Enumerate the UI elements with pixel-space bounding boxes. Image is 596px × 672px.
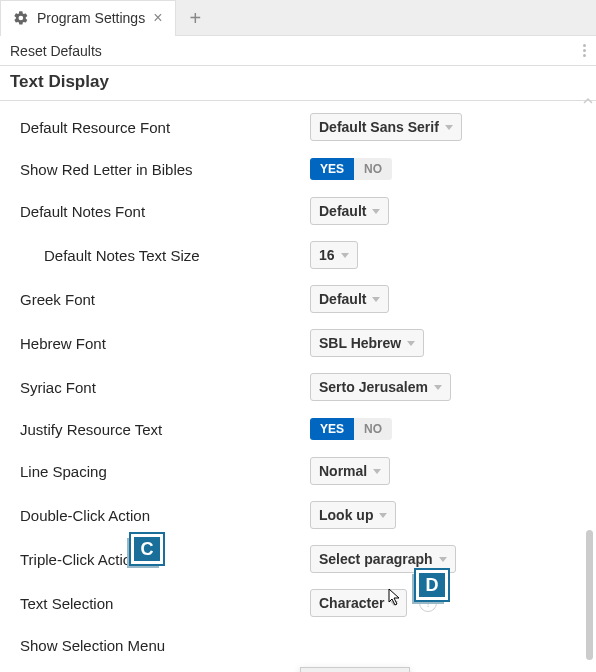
toggle-no[interactable]: NO: [354, 418, 392, 440]
label: Justify Resource Text: [20, 421, 300, 438]
row-justify-resource-text: Justify Resource Text YES NO: [0, 409, 596, 449]
dropdown-value: Look up: [319, 507, 373, 523]
row-show-selection-menu: Show Selection Menu: [0, 625, 596, 665]
row-text-selection: Text Selection Character ?: [0, 581, 596, 625]
label: Double-Click Action: [20, 507, 300, 524]
dropdown-value: Default: [319, 203, 366, 219]
label: Triple-Click Action: [20, 551, 300, 568]
text-selection-dropdown[interactable]: Character: [310, 589, 407, 617]
tab-bar: Program Settings × +: [0, 0, 596, 36]
triple-click-action-dropdown[interactable]: Select paragraph: [310, 545, 456, 573]
dropdown-value: Select paragraph: [319, 551, 433, 567]
chevron-down-icon: [341, 253, 349, 258]
settings-list: Default Resource Font Default Sans Serif…: [0, 101, 596, 672]
toggle-yes[interactable]: YES: [310, 158, 354, 180]
chevron-down-icon: [372, 209, 380, 214]
chevron-down-icon: [445, 125, 453, 130]
row-show-red-letter: Show Red Letter in Bibles YES NO: [0, 149, 596, 189]
label: Default Notes Font: [20, 203, 300, 220]
dropdown-value: Normal: [319, 463, 367, 479]
chevron-down-icon: [372, 297, 380, 302]
gear-icon: [13, 10, 29, 26]
label: Text Selection: [20, 595, 300, 612]
tab-program-settings[interactable]: Program Settings ×: [0, 0, 176, 36]
label: Default Notes Text Size: [20, 247, 300, 264]
dropdown-value: Default Sans Serif: [319, 119, 439, 135]
label: Hebrew Font: [20, 335, 300, 352]
sub-toolbar: Reset Defaults: [0, 36, 596, 66]
chevron-down-icon: [439, 557, 447, 562]
row-triple-click-action: Triple-Click Action Select paragraph: [0, 537, 596, 581]
chevron-down-icon: [373, 469, 381, 474]
row-greek-font: Greek Font Default: [0, 277, 596, 321]
dropdown-value: Default: [319, 291, 366, 307]
dropdown-value: Character: [319, 595, 384, 611]
dropdown-value: 16: [319, 247, 335, 263]
label: Line Spacing: [20, 463, 300, 480]
label: Greek Font: [20, 291, 300, 308]
toggle-yes[interactable]: YES: [310, 418, 354, 440]
section-heading: Text Display: [0, 66, 596, 101]
greek-font-dropdown[interactable]: Default: [310, 285, 389, 313]
row-default-resource-font: Default Resource Font Default Sans Serif: [0, 105, 596, 149]
label: Default Resource Font: [20, 119, 300, 136]
justify-toggle[interactable]: YES NO: [310, 418, 392, 440]
label: Show Red Letter in Bibles: [20, 161, 300, 178]
help-icon[interactable]: ?: [419, 594, 437, 612]
tab-title: Program Settings: [37, 10, 145, 26]
text-selection-menu: Character Word Smart: [300, 667, 410, 672]
reset-defaults-link[interactable]: Reset Defaults: [10, 43, 102, 59]
row-double-click-action: Double-Click Action Look up: [0, 493, 596, 537]
red-letter-toggle[interactable]: YES NO: [310, 158, 392, 180]
row-syriac-font: Syriac Font Serto Jerusalem: [0, 365, 596, 409]
label: Show Selection Menu: [20, 637, 300, 654]
close-icon[interactable]: ×: [153, 10, 162, 26]
hebrew-font-dropdown[interactable]: SBL Hebrew: [310, 329, 424, 357]
row-line-spacing: Line Spacing Normal: [0, 449, 596, 493]
chevron-down-icon: [379, 513, 387, 518]
line-spacing-dropdown[interactable]: Normal: [310, 457, 390, 485]
vertical-scrollbar[interactable]: [586, 530, 593, 660]
label: Syriac Font: [20, 379, 300, 396]
default-resource-font-dropdown[interactable]: Default Sans Serif: [310, 113, 462, 141]
new-tab-button[interactable]: +: [176, 8, 216, 28]
syriac-font-dropdown[interactable]: Serto Jerusalem: [310, 373, 451, 401]
dropdown-value: Serto Jerusalem: [319, 379, 428, 395]
default-notes-font-dropdown[interactable]: Default: [310, 197, 389, 225]
default-notes-text-size-dropdown[interactable]: 16: [310, 241, 358, 269]
menu-item-character[interactable]: Character: [301, 668, 409, 672]
chevron-down-icon: [390, 601, 398, 606]
chevron-down-icon: [434, 385, 442, 390]
toggle-no[interactable]: NO: [354, 158, 392, 180]
row-default-notes-text-size: Default Notes Text Size 16: [0, 233, 596, 277]
row-default-notes-font: Default Notes Font Default: [0, 189, 596, 233]
row-hebrew-font: Hebrew Font SBL Hebrew: [0, 321, 596, 365]
overflow-menu-icon[interactable]: [572, 42, 586, 59]
row-prefer-lemmas: Prefer Lemmas: [0, 665, 596, 672]
chevron-down-icon: [407, 341, 415, 346]
double-click-action-dropdown[interactable]: Look up: [310, 501, 396, 529]
dropdown-value: SBL Hebrew: [319, 335, 401, 351]
